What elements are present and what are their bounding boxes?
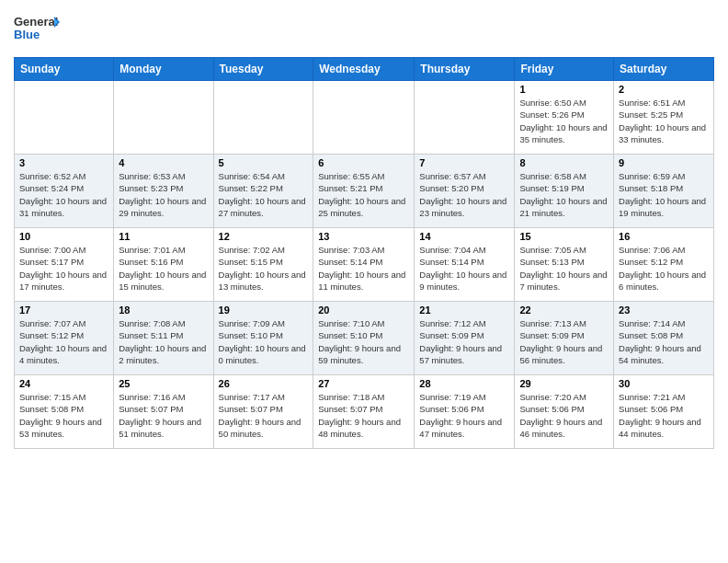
calendar-day-cell: 11Sunrise: 7:01 AMSunset: 5:16 PMDayligh…: [114, 228, 213, 302]
day-info: Sunrise: 7:17 AMSunset: 5:07 PMDaylight:…: [219, 391, 309, 440]
calendar-week-row: 3Sunrise: 6:52 AMSunset: 5:24 PMDaylight…: [15, 155, 714, 228]
calendar-day-cell: 14Sunrise: 7:04 AMSunset: 5:14 PMDayligh…: [415, 228, 515, 302]
calendar-day-cell: 15Sunrise: 7:05 AMSunset: 5:13 PMDayligh…: [515, 228, 614, 302]
calendar-day-cell: 22Sunrise: 7:13 AMSunset: 5:09 PMDayligh…: [515, 302, 614, 375]
calendar-day-cell: 30Sunrise: 7:21 AMSunset: 5:06 PMDayligh…: [614, 375, 714, 449]
calendar-day-cell: 25Sunrise: 7:16 AMSunset: 5:07 PMDayligh…: [114, 375, 213, 449]
day-number: 2: [619, 84, 709, 95]
day-number: 10: [19, 231, 108, 242]
day-info: Sunrise: 7:16 AMSunset: 5:07 PMDaylight:…: [119, 391, 208, 440]
calendar-day-cell: 6Sunrise: 6:55 AMSunset: 5:21 PMDaylight…: [313, 155, 415, 228]
day-info: Sunrise: 7:02 AMSunset: 5:15 PMDaylight:…: [219, 244, 309, 293]
calendar-day-cell: 21Sunrise: 7:12 AMSunset: 5:09 PMDayligh…: [415, 302, 515, 375]
day-info: Sunrise: 7:06 AMSunset: 5:12 PMDaylight:…: [619, 244, 709, 293]
day-info: Sunrise: 6:54 AMSunset: 5:22 PMDaylight:…: [219, 170, 309, 219]
calendar-week-row: 24Sunrise: 7:15 AMSunset: 5:08 PMDayligh…: [15, 375, 714, 449]
day-number: 21: [419, 304, 509, 316]
calendar-day-cell: 18Sunrise: 7:08 AMSunset: 5:11 PMDayligh…: [114, 302, 213, 375]
day-number: 23: [619, 304, 709, 316]
day-info: Sunrise: 6:59 AMSunset: 5:18 PMDaylight:…: [619, 170, 709, 219]
calendar-day-cell: 16Sunrise: 7:06 AMSunset: 5:12 PMDayligh…: [614, 228, 714, 302]
day-number: 19: [219, 304, 309, 316]
logo: General Blue: [14, 9, 60, 50]
day-number: 27: [318, 378, 409, 389]
calendar-day-cell: 10Sunrise: 7:00 AMSunset: 5:17 PMDayligh…: [15, 228, 114, 302]
svg-text:General: General: [14, 15, 58, 29]
day-info: Sunrise: 7:10 AMSunset: 5:10 PMDaylight:…: [318, 317, 409, 366]
day-number: 30: [619, 378, 709, 389]
calendar-day-cell: 2Sunrise: 6:51 AMSunset: 5:25 PMDaylight…: [614, 81, 714, 155]
calendar-day-header: Thursday: [415, 58, 515, 81]
day-info: Sunrise: 7:15 AMSunset: 5:08 PMDaylight:…: [19, 391, 108, 440]
calendar-day-cell: [415, 81, 515, 155]
day-info: Sunrise: 7:20 AMSunset: 5:06 PMDaylight:…: [519, 391, 609, 440]
day-number: 3: [19, 157, 108, 168]
calendar-day-cell: 3Sunrise: 6:52 AMSunset: 5:24 PMDaylight…: [15, 155, 114, 228]
calendar-day-cell: 12Sunrise: 7:02 AMSunset: 5:15 PMDayligh…: [213, 228, 313, 302]
day-number: 22: [519, 304, 609, 316]
day-info: Sunrise: 7:03 AMSunset: 5:14 PMDaylight:…: [318, 244, 409, 293]
day-info: Sunrise: 6:58 AMSunset: 5:19 PMDaylight:…: [519, 170, 609, 219]
calendar-day-cell: [15, 81, 114, 155]
calendar-day-cell: [313, 81, 415, 155]
calendar-day-header: Saturday: [614, 58, 714, 81]
calendar-day-cell: [213, 81, 313, 155]
day-info: Sunrise: 7:13 AMSunset: 5:09 PMDaylight:…: [519, 317, 609, 366]
calendar-day-cell: 23Sunrise: 7:14 AMSunset: 5:08 PMDayligh…: [614, 302, 714, 375]
day-info: Sunrise: 7:00 AMSunset: 5:17 PMDaylight:…: [19, 244, 108, 293]
day-number: 9: [619, 157, 709, 168]
day-number: 29: [519, 378, 609, 389]
day-number: 15: [519, 231, 609, 242]
calendar-week-row: 10Sunrise: 7:00 AMSunset: 5:17 PMDayligh…: [15, 228, 714, 302]
calendar-day-cell: 26Sunrise: 7:17 AMSunset: 5:07 PMDayligh…: [213, 375, 313, 449]
calendar-day-header: Friday: [515, 58, 614, 81]
calendar-day-header: Wednesday: [313, 58, 415, 81]
svg-text:Blue: Blue: [14, 28, 40, 41]
day-number: 18: [119, 304, 208, 316]
calendar-day-header: Tuesday: [213, 58, 313, 81]
day-info: Sunrise: 7:12 AMSunset: 5:09 PMDaylight:…: [419, 317, 509, 366]
day-info: Sunrise: 6:53 AMSunset: 5:23 PMDaylight:…: [119, 170, 208, 219]
day-number: 11: [119, 231, 208, 242]
day-info: Sunrise: 6:51 AMSunset: 5:25 PMDaylight:…: [619, 97, 709, 145]
day-info: Sunrise: 7:14 AMSunset: 5:08 PMDaylight:…: [619, 317, 709, 366]
day-info: Sunrise: 7:04 AMSunset: 5:14 PMDaylight:…: [419, 244, 509, 293]
day-number: 16: [619, 231, 709, 242]
day-info: Sunrise: 6:52 AMSunset: 5:24 PMDaylight:…: [19, 170, 108, 219]
day-number: 24: [19, 378, 108, 389]
day-number: 13: [318, 231, 409, 242]
calendar-day-cell: 5Sunrise: 6:54 AMSunset: 5:22 PMDaylight…: [213, 155, 313, 228]
page-container: General Blue SundayMondayTuesdayWednesda…: [0, 0, 728, 563]
calendar-header-row: SundayMondayTuesdayWednesdayThursdayFrid…: [15, 58, 714, 81]
calendar-day-cell: 17Sunrise: 7:07 AMSunset: 5:12 PMDayligh…: [15, 302, 114, 375]
calendar-day-cell: 7Sunrise: 6:57 AMSunset: 5:20 PMDaylight…: [415, 155, 515, 228]
calendar-day-cell: 24Sunrise: 7:15 AMSunset: 5:08 PMDayligh…: [15, 375, 114, 449]
day-info: Sunrise: 7:21 AMSunset: 5:06 PMDaylight:…: [619, 391, 709, 440]
calendar-day-cell: 13Sunrise: 7:03 AMSunset: 5:14 PMDayligh…: [313, 228, 415, 302]
day-number: 20: [318, 304, 409, 316]
day-info: Sunrise: 7:05 AMSunset: 5:13 PMDaylight:…: [519, 244, 609, 293]
day-info: Sunrise: 7:18 AMSunset: 5:07 PMDaylight:…: [318, 391, 409, 440]
calendar-day-cell: 20Sunrise: 7:10 AMSunset: 5:10 PMDayligh…: [313, 302, 415, 375]
calendar-day-cell: [114, 81, 213, 155]
logo-icon: General Blue: [14, 9, 60, 46]
day-info: Sunrise: 7:09 AMSunset: 5:10 PMDaylight:…: [219, 317, 309, 366]
day-number: 25: [119, 378, 208, 389]
calendar-week-row: 1Sunrise: 6:50 AMSunset: 5:26 PMDaylight…: [15, 81, 714, 155]
calendar-day-header: Sunday: [15, 58, 114, 81]
page-header: General Blue: [14, 9, 714, 50]
day-info: Sunrise: 7:07 AMSunset: 5:12 PMDaylight:…: [19, 317, 108, 366]
day-info: Sunrise: 6:57 AMSunset: 5:20 PMDaylight:…: [419, 170, 509, 219]
day-number: 12: [219, 231, 309, 242]
calendar-day-cell: 4Sunrise: 6:53 AMSunset: 5:23 PMDaylight…: [114, 155, 213, 228]
day-number: 4: [119, 157, 208, 168]
day-number: 14: [419, 231, 509, 242]
day-info: Sunrise: 6:55 AMSunset: 5:21 PMDaylight:…: [318, 170, 409, 219]
calendar-week-row: 17Sunrise: 7:07 AMSunset: 5:12 PMDayligh…: [15, 302, 714, 375]
day-info: Sunrise: 7:19 AMSunset: 5:06 PMDaylight:…: [419, 391, 509, 440]
calendar-day-header: Monday: [114, 58, 213, 81]
day-info: Sunrise: 6:50 AMSunset: 5:26 PMDaylight:…: [519, 97, 609, 145]
day-number: 26: [219, 378, 309, 389]
calendar-day-cell: 27Sunrise: 7:18 AMSunset: 5:07 PMDayligh…: [313, 375, 415, 449]
day-number: 17: [19, 304, 108, 316]
